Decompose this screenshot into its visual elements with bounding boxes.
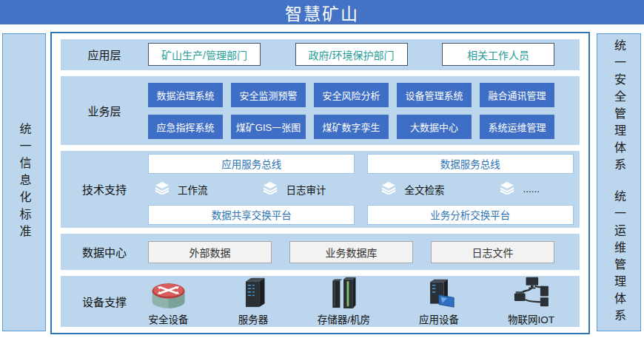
app-service-bus-box: 应用服务总线 [148,154,355,174]
business-btn-risk-analysis: 安全风险分析 [314,83,389,107]
tech-item-fulltext-search: 全文检索 [380,181,444,197]
layers-icon [154,181,170,197]
data-service-bus-box: 数据服务总线 [367,154,574,174]
tech-item-workflow: 工作流 [154,181,208,197]
log-files-box: 日志文件 [431,241,554,263]
tech-support-content: 应用服务总线 数据服务总线 工作流 日志审计 全文检索 ... [148,154,574,225]
application-box-related-staff: 相关工作人员 [442,43,554,66]
external-data-box: 外部数据 [148,241,272,263]
title-banner: 智慧矿山 [0,0,644,24]
business-database-box: 业务数据库 [289,241,413,263]
application-box-government-env: 政府/环境保护部门 [295,43,408,66]
business-btn-data-governance: 数据治理系统 [148,83,223,107]
equipment-item-label: 服务器 [238,311,269,326]
business-layer-label: 业务层 [61,103,148,118]
business-btn-digital-twin: 煤矿数字孪生 [314,115,389,139]
business-btn-emergency-command: 应急指挥系统 [148,115,223,139]
iot-network-icon [511,277,550,309]
left-pillar-label: 统一信息化标准 [16,123,33,242]
business-buttons: 数据治理系统 安全监测预警 安全风险分析 设备管理系统 融合通讯管理 应急指挥系… [148,83,554,139]
equipment-item-server: 服务器 [238,277,269,326]
equipment-item-label: 应用设备 [419,311,459,326]
tech-item-label: ...... [523,183,540,195]
application-layer-row: 应用层 矿山生产/管理部门 政府/环境保护部门 相关工作人员 [61,39,580,70]
tech-item-label: 全文检索 [404,182,444,197]
data-sharing-platform-box: 数据共享交换平台 [148,205,355,225]
right-pillar-label-ops: 统一运维管理体系 [610,190,628,326]
equipment-item-label: 存储器/机房 [318,311,370,326]
business-layer-row: 业务层 数据治理系统 安全监测预警 安全风险分析 设备管理系统 融合通讯管理 应… [61,76,580,145]
service-bus-line: 应用服务总线 数据服务总线 [148,154,574,174]
business-btn-safety-monitoring: 安全监测预警 [231,83,306,107]
storage-rack-icon [327,277,360,309]
right-pillar-management-systems: 统一安全管理体系 统一运维管理体系 [597,33,641,331]
exchange-platform-line: 数据共享交换平台 业务分析交换平台 [148,205,574,225]
data-center-boxes: 外部数据 业务数据库 日志文件 [148,241,554,263]
equipment-item-iot: 物联网IOT [508,277,554,326]
business-row-1: 数据治理系统 安全监测预警 安全风险分析 设备管理系统 融合通讯管理 [148,83,554,107]
equipment-item-storage: 存储器/机房 [318,277,370,326]
tech-middle-items: 工作流 日志审计 全文检索 ...... [148,180,574,198]
application-layer-label: 应用层 [61,47,148,62]
tech-support-layer-row: 技术支持 应用服务总线 数据服务总线 工作流 日志审计 全文检索 [61,151,580,227]
business-btn-comm-management: 融合通讯管理 [480,83,554,107]
tech-item-log-audit: 日志审计 [262,181,326,197]
layers-icon [380,181,397,197]
equipment-item-label: 物联网IOT [508,311,554,326]
layers-icon [262,181,278,197]
business-btn-ops-management: 系统运维管理 [480,115,554,139]
equipment-item-label: 安全设备 [149,311,189,326]
firewall-router-icon [148,277,189,309]
business-row-2: 应急指挥系统 煤矿GIS一张图 煤矿数字孪生 大数据中心 系统运维管理 [148,115,554,139]
data-center-layer-row: 数据中心 外部数据 业务数据库 日志文件 [61,234,580,271]
tech-item-more: ...... [499,181,540,197]
left-pillar-unified-info-standard: 统一信息化标准 [2,33,46,331]
business-btn-gis-one-map: 煤矿GIS一张图 [231,115,306,139]
server-icon [238,277,269,309]
business-analysis-platform-box: 业务分析交换平台 [367,205,574,225]
equipment-item-security-device: 安全设备 [148,277,189,326]
tech-support-label: 技术支持 [61,181,148,197]
app-device-icon [422,277,456,309]
layers-icon [499,181,515,197]
application-boxes: 矿山生产/管理部门 政府/环境保护部门 相关工作人员 [148,43,554,66]
equipment-label: 设备支撑 [61,294,148,309]
equipment-items: 安全设备 服务器 [148,277,554,326]
application-box-mine-production: 矿山生产/管理部门 [148,43,261,66]
equipment-layer-row: 设备支撑 安全设备 [61,276,580,327]
data-center-label: 数据中心 [61,244,148,260]
equipment-item-app-device: 应用设备 [419,277,459,326]
page-title: 智慧矿山 [285,0,359,25]
tech-item-label: 工作流 [178,182,208,197]
business-btn-big-data-center: 大数据中心 [397,115,472,139]
right-pillar-label-security: 统一安全管理体系 [610,39,628,175]
tech-item-label: 日志审计 [286,182,326,197]
business-btn-device-management: 设备管理系统 [397,83,472,107]
architecture-frame: 应用层 矿山生产/管理部门 政府/环境保护部门 相关工作人员 业务层 数据治理系… [50,32,590,334]
